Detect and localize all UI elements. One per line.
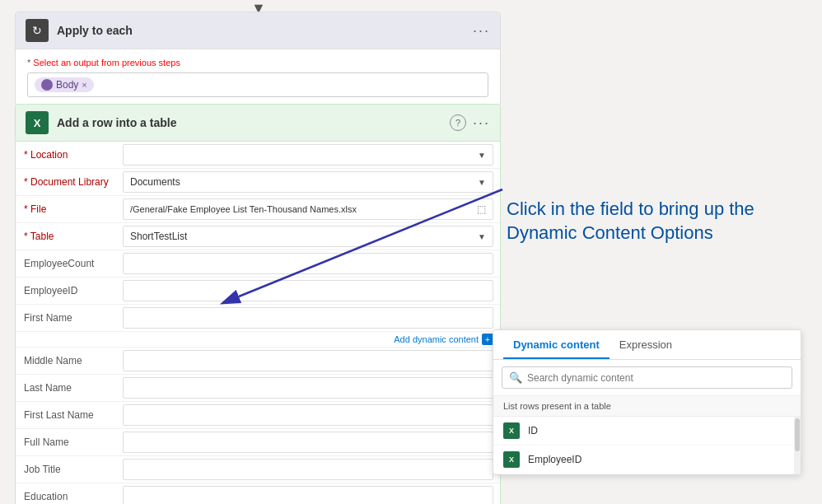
education-row: Education [16, 483, 500, 504]
search-icon: 🔍 [509, 371, 522, 384]
apply-each-icon: ↻ [26, 19, 49, 42]
first-name-label: First Name [16, 307, 123, 329]
file-icon: ⬚ [477, 203, 486, 215]
tab-dynamic-content[interactable]: Dynamic content [503, 330, 609, 359]
full-name-row: Full Name [16, 429, 500, 456]
doc-library-value: Documents [130, 176, 180, 188]
search-dynamic-input[interactable] [527, 372, 785, 384]
file-label: File [16, 198, 123, 220]
location-select[interactable]: ▼ [123, 144, 493, 166]
doc-library-select[interactable]: Documents ▼ [123, 171, 493, 193]
apply-each-header: ↻ Apply to each ··· [16, 12, 500, 49]
select-label: * Select an output from previous steps [27, 58, 488, 68]
row-card-title: Add a row into a table [57, 116, 450, 129]
location-label: Location [16, 144, 123, 166]
full-name-input[interactable] [123, 432, 493, 453]
excel-icon: X [26, 111, 49, 134]
dynamic-item-excel-icon-2: X [503, 451, 520, 468]
apply-each-dots-menu[interactable]: ··· [473, 22, 490, 40]
search-box[interactable]: 🔍 [502, 366, 792, 389]
dynamic-section-label: List rows present in a table [493, 396, 801, 417]
list-item[interactable]: X EmployeeID [493, 446, 801, 474]
body-tag-label: Body [56, 79, 78, 91]
first-last-name-label: First Last Name [16, 404, 123, 426]
add-dynamic-label: Add dynamic content [394, 334, 479, 344]
dynamic-item-id-label: ID [528, 425, 538, 436]
row-card: X Add a row into a table ? ··· Location … [15, 104, 501, 504]
table-label: Table [16, 226, 123, 247]
scrollbar-track[interactable] [794, 417, 801, 474]
middle-name-input[interactable] [123, 350, 493, 371]
employee-count-row: EmployeeCount [16, 250, 500, 278]
apply-each-container: ↻ Apply to each ··· * Select an output f… [15, 12, 501, 106]
body-tag: Body × [35, 77, 94, 92]
first-name-input[interactable] [123, 307, 493, 329]
first-last-name-input[interactable] [123, 404, 493, 426]
annotation-text: Click in the field to bring up the Dynam… [507, 198, 787, 245]
body-tag-row[interactable]: Body × [27, 72, 488, 97]
dynamic-panel: Dynamic content Expression 🔍 List rows p… [493, 329, 801, 475]
table-chevron: ▼ [478, 232, 486, 241]
dynamic-items: X ID X EmployeeID [493, 417, 801, 474]
education-input[interactable] [123, 486, 493, 504]
last-name-input[interactable] [123, 377, 493, 399]
table-row: Table ShortTestList ▼ [16, 223, 500, 250]
body-tag-icon [41, 79, 53, 91]
row-card-dots-menu[interactable]: ··· [473, 114, 490, 132]
add-dynamic-plus-icon: + [482, 334, 493, 345]
job-title-input[interactable] [123, 459, 493, 480]
middle-name-label: Middle Name [16, 350, 123, 371]
table-value: ShortTestList [130, 231, 187, 242]
file-row: File /General/Fake Employee List Ten-Tho… [16, 196, 500, 223]
add-dynamic-btn[interactable]: Add dynamic content + [394, 334, 493, 345]
row-card-header: X Add a row into a table ? ··· [16, 105, 500, 142]
help-icon[interactable]: ? [450, 114, 466, 131]
employee-id-input[interactable] [123, 280, 493, 301]
doc-library-chevron: ▼ [478, 178, 486, 187]
add-dynamic-row: Add dynamic content + [16, 332, 500, 348]
employee-count-input[interactable] [123, 253, 493, 274]
middle-name-row: Middle Name [16, 348, 500, 375]
apply-each-body: * Select an output from previous steps B… [16, 49, 500, 105]
dynamic-item-excel-icon: X [503, 422, 520, 439]
first-name-row: First Name [16, 305, 500, 332]
tab-expression[interactable]: Expression [609, 330, 682, 359]
row-card-body: Location ▼ Document Library Documents ▼ … [16, 142, 500, 504]
employee-id-row: EmployeeID [16, 278, 500, 305]
dynamic-item-employeeid-label: EmployeeID [528, 454, 581, 465]
list-item[interactable]: X ID [493, 417, 801, 446]
file-value: /General/Fake Employee List Ten-Thousand… [130, 204, 357, 214]
scrollbar-thumb[interactable] [795, 418, 800, 451]
table-select[interactable]: ShortTestList ▼ [123, 226, 493, 247]
annotation-container: Click in the field to bring up the Dynam… [507, 198, 787, 251]
dynamic-search: 🔍 [493, 360, 801, 396]
job-title-row: Job Title [16, 456, 500, 483]
employee-id-label: EmployeeID [16, 280, 123, 301]
doc-library-label: Document Library [16, 171, 123, 193]
location-row: Location ▼ [16, 142, 500, 169]
file-control[interactable]: /General/Fake Employee List Ten-Thousand… [123, 198, 493, 220]
doc-library-row: Document Library Documents ▼ [16, 169, 500, 196]
employee-count-label: EmployeeCount [16, 253, 123, 274]
location-chevron: ▼ [478, 151, 486, 160]
job-title-label: Job Title [16, 459, 123, 480]
education-label: Education [16, 486, 123, 504]
body-tag-remove[interactable]: × [82, 80, 86, 90]
first-last-name-row: First Last Name [16, 402, 500, 429]
last-name-label: Last Name [16, 377, 123, 399]
full-name-label: Full Name [16, 432, 123, 453]
apply-each-title: Apply to each [57, 24, 473, 37]
dynamic-panel-tabs: Dynamic content Expression [493, 330, 801, 360]
last-name-row: Last Name [16, 375, 500, 402]
